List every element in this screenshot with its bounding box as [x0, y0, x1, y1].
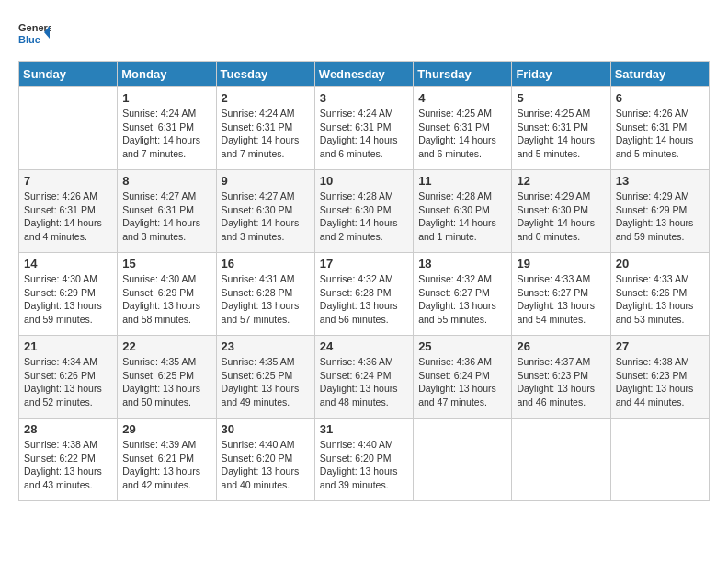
- calendar-cell: 3Sunrise: 4:24 AM Sunset: 6:31 PM Daylig…: [314, 87, 413, 170]
- day-header: Saturday: [610, 62, 709, 87]
- day-number: 11: [418, 174, 506, 188]
- cell-text: Sunrise: 4:25 AM Sunset: 6:31 PM Dayligh…: [517, 107, 605, 161]
- calendar-cell: 5Sunrise: 4:25 AM Sunset: 6:31 PM Daylig…: [512, 87, 610, 170]
- day-number: 1: [122, 91, 210, 105]
- day-number: 28: [24, 422, 112, 436]
- logo: General Blue: [18, 18, 51, 52]
- cell-text: Sunrise: 4:29 AM Sunset: 6:30 PM Dayligh…: [517, 190, 605, 244]
- calendar-cell: 15Sunrise: 4:30 AM Sunset: 6:29 PM Dayli…: [118, 253, 216, 336]
- calendar-cell: [610, 419, 709, 501]
- calendar-cell: 2Sunrise: 4:24 AM Sunset: 6:31 PM Daylig…: [216, 87, 314, 170]
- cell-text: Sunrise: 4:37 AM Sunset: 6:23 PM Dayligh…: [517, 355, 605, 409]
- calendar-cell: 12Sunrise: 4:29 AM Sunset: 6:30 PM Dayli…: [512, 170, 610, 253]
- calendar-cell: 10Sunrise: 4:28 AM Sunset: 6:30 PM Dayli…: [314, 170, 413, 253]
- day-header: Tuesday: [216, 62, 314, 87]
- day-number: 12: [517, 174, 605, 188]
- calendar-cell: 24Sunrise: 4:36 AM Sunset: 6:24 PM Dayli…: [314, 336, 413, 419]
- day-number: 25: [418, 339, 506, 353]
- calendar-table: SundayMondayTuesdayWednesdayThursdayFrid…: [18, 61, 710, 501]
- cell-text: Sunrise: 4:38 AM Sunset: 6:22 PM Dayligh…: [24, 438, 112, 492]
- day-number: 4: [418, 91, 506, 105]
- calendar-cell: 28Sunrise: 4:38 AM Sunset: 6:22 PM Dayli…: [19, 419, 118, 501]
- calendar-cell: 21Sunrise: 4:34 AM Sunset: 6:26 PM Dayli…: [19, 336, 118, 419]
- calendar-body: 1Sunrise: 4:24 AM Sunset: 6:31 PM Daylig…: [19, 87, 710, 501]
- cell-text: Sunrise: 4:35 AM Sunset: 6:25 PM Dayligh…: [122, 355, 210, 409]
- day-number: 29: [122, 422, 210, 436]
- calendar-cell: 20Sunrise: 4:33 AM Sunset: 6:26 PM Dayli…: [610, 253, 709, 336]
- cell-text: Sunrise: 4:24 AM Sunset: 6:31 PM Dayligh…: [320, 107, 408, 161]
- cell-text: Sunrise: 4:36 AM Sunset: 6:24 PM Dayligh…: [320, 355, 408, 409]
- day-number: 16: [222, 257, 310, 270]
- cell-text: Sunrise: 4:36 AM Sunset: 6:24 PM Dayligh…: [418, 355, 506, 409]
- cell-text: Sunrise: 4:35 AM Sunset: 6:25 PM Dayligh…: [222, 355, 310, 409]
- day-number: 8: [122, 174, 210, 188]
- calendar-cell: 29Sunrise: 4:39 AM Sunset: 6:21 PM Dayli…: [118, 419, 216, 501]
- day-number: 30: [222, 422, 310, 436]
- calendar-cell: 26Sunrise: 4:37 AM Sunset: 6:23 PM Dayli…: [512, 336, 610, 419]
- calendar-cell: 25Sunrise: 4:36 AM Sunset: 6:24 PM Dayli…: [414, 336, 512, 419]
- calendar-cell: 16Sunrise: 4:31 AM Sunset: 6:28 PM Dayli…: [216, 253, 314, 336]
- calendar-week-row: 28Sunrise: 4:38 AM Sunset: 6:22 PM Dayli…: [19, 419, 710, 501]
- cell-text: Sunrise: 4:29 AM Sunset: 6:29 PM Dayligh…: [616, 190, 704, 244]
- calendar-cell: 9Sunrise: 4:27 AM Sunset: 6:30 PM Daylig…: [216, 170, 314, 253]
- cell-text: Sunrise: 4:26 AM Sunset: 6:31 PM Dayligh…: [24, 190, 112, 244]
- cell-text: Sunrise: 4:24 AM Sunset: 6:31 PM Dayligh…: [222, 107, 310, 161]
- cell-text: Sunrise: 4:27 AM Sunset: 6:30 PM Dayligh…: [222, 190, 310, 244]
- logo-svg: General Blue: [18, 18, 51, 52]
- cell-text: Sunrise: 4:32 AM Sunset: 6:28 PM Dayligh…: [320, 272, 408, 327]
- day-number: 15: [122, 257, 210, 270]
- day-number: 6: [616, 91, 704, 105]
- day-number: 31: [320, 422, 408, 436]
- calendar-cell: [512, 419, 610, 501]
- day-header: Monday: [118, 62, 216, 87]
- cell-text: Sunrise: 4:25 AM Sunset: 6:31 PM Dayligh…: [418, 107, 506, 161]
- calendar-cell: 17Sunrise: 4:32 AM Sunset: 6:28 PM Dayli…: [314, 253, 413, 336]
- day-header: Thursday: [414, 62, 512, 87]
- calendar-week-row: 7Sunrise: 4:26 AM Sunset: 6:31 PM Daylig…: [19, 170, 710, 253]
- day-number: 26: [517, 339, 605, 353]
- calendar-cell: 13Sunrise: 4:29 AM Sunset: 6:29 PM Dayli…: [610, 170, 709, 253]
- calendar-header-row: SundayMondayTuesdayWednesdayThursdayFrid…: [19, 62, 710, 87]
- day-number: 9: [222, 174, 310, 188]
- cell-text: Sunrise: 4:24 AM Sunset: 6:31 PM Dayligh…: [122, 107, 210, 161]
- cell-text: Sunrise: 4:30 AM Sunset: 6:29 PM Dayligh…: [24, 272, 112, 327]
- calendar-cell: 27Sunrise: 4:38 AM Sunset: 6:23 PM Dayli…: [610, 336, 709, 419]
- day-number: 5: [517, 91, 605, 105]
- day-header: Wednesday: [314, 62, 413, 87]
- calendar-cell: [414, 419, 512, 501]
- day-number: 22: [122, 339, 210, 353]
- cell-text: Sunrise: 4:40 AM Sunset: 6:20 PM Dayligh…: [320, 438, 408, 492]
- calendar-cell: 14Sunrise: 4:30 AM Sunset: 6:29 PM Dayli…: [19, 253, 118, 336]
- cell-text: Sunrise: 4:33 AM Sunset: 6:27 PM Dayligh…: [517, 272, 605, 327]
- day-number: 13: [616, 174, 704, 188]
- day-number: 19: [517, 257, 605, 270]
- day-header: Friday: [512, 62, 610, 87]
- day-number: 23: [222, 339, 310, 353]
- day-number: 21: [24, 339, 112, 353]
- cell-text: Sunrise: 4:39 AM Sunset: 6:21 PM Dayligh…: [122, 438, 210, 492]
- cell-text: Sunrise: 4:33 AM Sunset: 6:26 PM Dayligh…: [616, 272, 704, 327]
- day-number: 3: [320, 91, 408, 105]
- cell-text: Sunrise: 4:28 AM Sunset: 6:30 PM Dayligh…: [418, 190, 506, 244]
- day-number: 24: [320, 339, 408, 353]
- day-header: Sunday: [19, 62, 118, 87]
- day-number: 18: [418, 257, 506, 270]
- calendar-cell: 8Sunrise: 4:27 AM Sunset: 6:31 PM Daylig…: [118, 170, 216, 253]
- calendar-cell: 6Sunrise: 4:26 AM Sunset: 6:31 PM Daylig…: [610, 87, 709, 170]
- calendar-cell: 31Sunrise: 4:40 AM Sunset: 6:20 PM Dayli…: [314, 419, 413, 501]
- cell-text: Sunrise: 4:30 AM Sunset: 6:29 PM Dayligh…: [122, 272, 210, 327]
- calendar-cell: 11Sunrise: 4:28 AM Sunset: 6:30 PM Dayli…: [414, 170, 512, 253]
- calendar-cell: 18Sunrise: 4:32 AM Sunset: 6:27 PM Dayli…: [414, 253, 512, 336]
- calendar-cell: 22Sunrise: 4:35 AM Sunset: 6:25 PM Dayli…: [118, 336, 216, 419]
- svg-text:Blue: Blue: [18, 34, 40, 45]
- day-number: 17: [320, 257, 408, 270]
- calendar-cell: 19Sunrise: 4:33 AM Sunset: 6:27 PM Dayli…: [512, 253, 610, 336]
- cell-text: Sunrise: 4:28 AM Sunset: 6:30 PM Dayligh…: [320, 190, 408, 244]
- calendar-cell: 4Sunrise: 4:25 AM Sunset: 6:31 PM Daylig…: [414, 87, 512, 170]
- calendar-cell: 1Sunrise: 4:24 AM Sunset: 6:31 PM Daylig…: [118, 87, 216, 170]
- header: General Blue: [18, 18, 710, 52]
- cell-text: Sunrise: 4:26 AM Sunset: 6:31 PM Dayligh…: [616, 107, 704, 161]
- cell-text: Sunrise: 4:32 AM Sunset: 6:27 PM Dayligh…: [418, 272, 506, 327]
- cell-text: Sunrise: 4:38 AM Sunset: 6:23 PM Dayligh…: [616, 355, 704, 409]
- calendar-cell: 7Sunrise: 4:26 AM Sunset: 6:31 PM Daylig…: [19, 170, 118, 253]
